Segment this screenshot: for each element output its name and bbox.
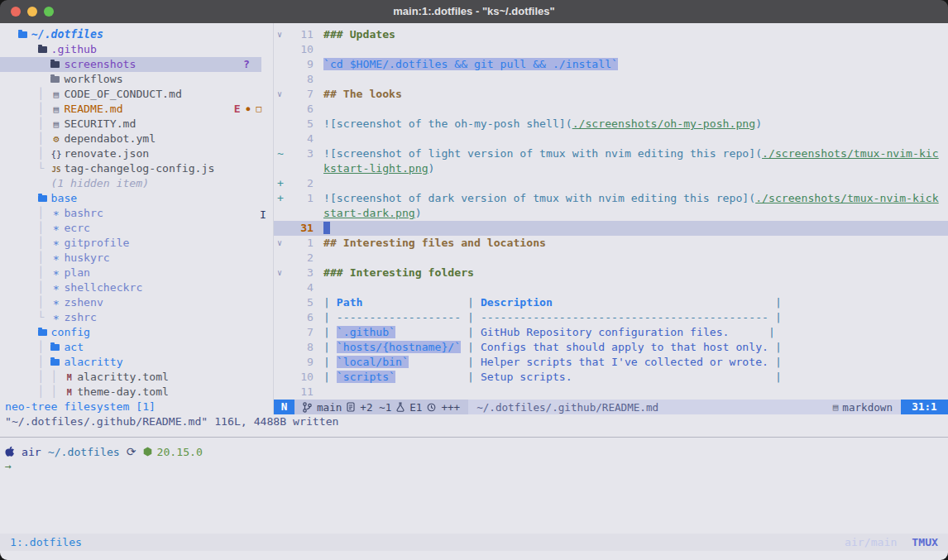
- tree-item[interactable]: base: [0, 191, 273, 206]
- line-text: | `scripts` | Setup scripts. |: [323, 370, 948, 385]
- tree-item[interactable]: │ ▤SECURITY.md: [0, 117, 273, 132]
- config-file-icon: ∗: [50, 236, 61, 251]
- line-number: 4: [292, 132, 314, 146]
- tree-item[interactable]: │ ∗ecrc: [0, 221, 273, 236]
- editor-line[interactable]: 8| `hosts/{hostname}/` | Configs that sh…: [274, 340, 948, 355]
- tree-item[interactable]: │ ∗gitprofile: [0, 236, 273, 251]
- table-delimiter: |: [323, 326, 337, 338]
- tree-item[interactable]: └ JStag-changelog-config.js: [0, 161, 273, 176]
- statusline-middle: ~/.dotfiles/.github/README.md ▤ markdown: [468, 400, 901, 414]
- editor-line[interactable]: 7| `.github` | GitHub Repository configu…: [274, 325, 948, 340]
- prompt-host: air: [22, 446, 41, 458]
- tree-item[interactable]: │ ∗bashrc: [0, 206, 273, 221]
- editor-line[interactable]: 10| `scripts` | Setup scripts. |: [274, 370, 948, 385]
- editor-line[interactable]: ∨3### Interesting folders: [274, 266, 948, 280]
- git-branch-icon: [303, 402, 312, 413]
- tree-item-label: SECURITY.md: [64, 117, 136, 130]
- tree-item[interactable]: │ ⚙dependabot.yml: [0, 132, 273, 146]
- tree-item[interactable]: └ ∗zshrc: [0, 310, 273, 325]
- gutter-mark: [274, 221, 292, 236]
- toml-file-icon: M: [64, 371, 74, 385]
- filetype-label: markdown: [842, 401, 893, 414]
- tree-item[interactable]: │ ∗shellcheckrc: [0, 280, 273, 295]
- tree-item-label: shellcheckrc: [64, 281, 142, 294]
- prompt-arrow[interactable]: →: [5, 459, 12, 474]
- tmux-session-label: air/main: [845, 536, 897, 548]
- editor-line[interactable]: +1![screenshot of dark version of tmux w…: [274, 191, 948, 206]
- table-delimiter: |: [461, 371, 481, 383]
- vim-message-line: "~/.dotfiles/.github/README.md" 116L, 44…: [5, 414, 338, 429]
- config-file-icon: ∗: [50, 251, 61, 266]
- line-number: 6: [292, 310, 314, 325]
- spacer: [409, 356, 461, 368]
- line-number: 31: [292, 221, 314, 236]
- tree-item[interactable]: │ ∗zshenv: [0, 295, 273, 310]
- editor-line[interactable]: 6: [274, 102, 948, 117]
- tree-item[interactable]: │ ▤README.mdE●□: [0, 102, 273, 117]
- gutter-mark: [274, 161, 292, 176]
- editor-line[interactable]: 4: [274, 132, 948, 146]
- tmux-window-label[interactable]: 1:.dotfiles: [10, 536, 82, 548]
- tree-item-label: plan: [64, 266, 90, 279]
- table-delimiter: ----------------------------------------…: [481, 311, 768, 323]
- editor-line[interactable]: 6| ------------------- | ---------------…: [274, 310, 948, 325]
- folder-icon: [50, 76, 60, 83]
- editor-lines[interactable]: ∨11### Updates109`cd $HOME/.dotfiles && …: [274, 27, 948, 400]
- tree-item[interactable]: │ │ Malacritty.toml: [0, 370, 273, 385]
- git-sign[interactable]: ~: [274, 146, 292, 161]
- editor-line[interactable]: 10: [274, 42, 948, 57]
- fold-icon[interactable]: ∨: [274, 266, 292, 280]
- editor-line[interactable]: ∨7## The looks: [274, 87, 948, 102]
- editor-line[interactable]: 8: [274, 72, 948, 87]
- tree-item-label: README.md: [64, 103, 122, 115]
- image-markup-text: ![screenshot of the oh-my-posh shell](: [323, 117, 572, 130]
- git-sign[interactable]: +: [274, 176, 292, 191]
- editor-line[interactable]: 2: [274, 251, 948, 266]
- gutter-mark: [274, 206, 292, 221]
- editor-line[interactable]: ~3![screenshot of light version of tmux …: [274, 146, 948, 161]
- tree-item-label: huskyrc: [64, 251, 109, 264]
- line-number: 6: [292, 102, 314, 117]
- tree-item[interactable]: workflows: [0, 72, 273, 87]
- line-text: `cd $HOME/.dotfiles && git pull && ./ins…: [323, 57, 948, 72]
- gutter-mark: [274, 57, 292, 72]
- editor-line[interactable]: 5| Path | Description |: [274, 295, 948, 310]
- tmux-pane-separator[interactable]: [0, 437, 948, 438]
- tree-item[interactable]: │ {}renovate.json: [0, 146, 273, 161]
- editor-line[interactable]: +2: [274, 176, 948, 191]
- editor-line[interactable]: 9`cd $HOME/.dotfiles && git pull && ./in…: [274, 57, 948, 72]
- editor-line[interactable]: 31: [274, 221, 948, 236]
- tree-item[interactable]: │ │ Mtheme-day.toml: [0, 385, 273, 400]
- editor-line[interactable]: start-dark.png): [274, 206, 948, 221]
- tree-item[interactable]: screenshots?: [0, 57, 261, 72]
- fold-icon[interactable]: ∨: [274, 27, 292, 42]
- folder-icon: [18, 31, 27, 38]
- tree-item[interactable]: .github: [0, 42, 273, 57]
- node-version-segment: 20.15.0: [143, 446, 203, 458]
- tree-item[interactable]: │ act: [0, 340, 273, 355]
- table-delimiter: |: [323, 341, 337, 353]
- tree-item-label: dependabot.yml: [64, 132, 156, 145]
- tree-item[interactable]: (1 hidden item): [0, 176, 273, 191]
- tree-item[interactable]: config: [0, 325, 273, 340]
- editor-line[interactable]: kstart-light.png): [274, 161, 948, 176]
- refresh-icon: ⟳: [127, 445, 136, 458]
- git-sign[interactable]: +: [274, 191, 292, 206]
- fold-icon[interactable]: ∨: [274, 87, 292, 102]
- editor-line[interactable]: ∨11### Updates: [274, 27, 948, 42]
- tree-item[interactable]: ~/.dotfiles: [0, 27, 273, 42]
- tree-item[interactable]: │ ▤CODE_OF_CONDUCT.md: [0, 87, 273, 102]
- editor-line[interactable]: 4: [274, 280, 948, 295]
- editor-line[interactable]: 5![screenshot of the oh-my-posh shell](.…: [274, 117, 948, 132]
- spacer: [553, 296, 768, 309]
- editor-line[interactable]: ∨1## Interesting files and locations: [274, 236, 948, 251]
- tree-item[interactable]: │ ∗plan: [0, 266, 273, 280]
- table-cell-text: GitHub Repository configuration files.: [481, 326, 730, 338]
- fold-icon[interactable]: ∨: [274, 236, 292, 251]
- tree-item[interactable]: │ alacritty: [0, 355, 273, 370]
- line-text: start-dark.png): [323, 206, 948, 221]
- table-cell-text: Configs that should apply to that host o…: [481, 341, 768, 353]
- editor-line[interactable]: 11: [274, 385, 948, 400]
- editor-line[interactable]: 9| `local/bin` | Helper scripts that I'v…: [274, 355, 948, 370]
- tree-item[interactable]: │ ∗huskyrc: [0, 251, 273, 266]
